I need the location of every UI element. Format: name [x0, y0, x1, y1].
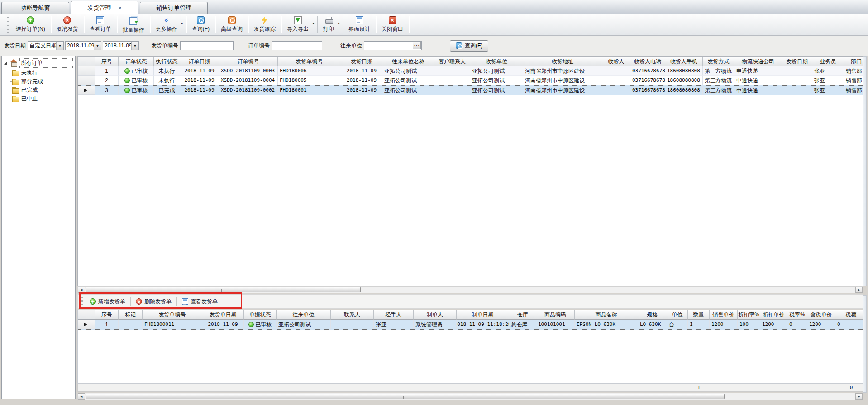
table-cell[interactable]: 2018-11-09: [202, 320, 244, 329]
table-row[interactable]: 3已审核已完成2018-11-09XSDD-20181109-0002FHD18…: [78, 85, 863, 95]
table-cell[interactable]: 申通快递: [734, 66, 782, 76]
table-cell[interactable]: 已审核: [119, 86, 154, 95]
table-cell[interactable]: 3: [95, 86, 119, 95]
toolbar-button-batch-ops[interactable]: 批量操作: [118, 14, 149, 35]
column-header[interactable]: 收货单位: [470, 57, 523, 66]
column-header[interactable]: 标记: [119, 310, 143, 320]
table-cell[interactable]: 18608080808: [665, 66, 703, 76]
column-header[interactable]: 制单日期: [457, 310, 509, 320]
column-header[interactable]: 收货人手机: [665, 57, 703, 66]
horizontal-scrollbar[interactable]: ◄ ►: [77, 393, 863, 400]
column-header[interactable]: 仓库: [509, 310, 536, 320]
table-cell[interactable]: 系统管理员: [414, 320, 457, 329]
column-header[interactable]: 销售单价: [710, 310, 738, 320]
table-cell[interactable]: 18608080808: [665, 86, 703, 95]
date-mode-combobox[interactable]: 自定义日期 ▼: [28, 41, 64, 50]
column-header[interactable]: 商品名称: [575, 310, 638, 320]
chevron-down-icon[interactable]: ▼: [337, 22, 340, 25]
column-header[interactable]: 发货单编号: [278, 57, 341, 66]
column-header[interactable]: 发货方式: [703, 57, 734, 66]
detail-button-delete[interactable]: 删除发货单: [132, 297, 176, 307]
column-header[interactable]: 含税单价: [807, 310, 835, 320]
table-cell[interactable]: 1: [95, 66, 119, 76]
table-cell[interactable]: 100101001: [536, 320, 575, 329]
toolbar-button-view-order[interactable]: 查看订单: [85, 14, 116, 35]
table-row[interactable]: 2已审核未执行2018-11-09XSDD-20181109-0004FHD18…: [78, 76, 863, 85]
table-cell[interactable]: [782, 86, 812, 95]
table-cell[interactable]: EPSON LQ-630K: [575, 320, 638, 329]
chevron-down-icon[interactable]: ▼: [312, 22, 315, 25]
table-cell[interactable]: 申通快递: [734, 86, 782, 95]
table-cell[interactable]: 未执行: [154, 66, 180, 76]
table-cell[interactable]: 台: [667, 320, 688, 329]
table-row[interactable]: 1已审核未执行2018-11-09XSDD-20181109-0003FHD18…: [78, 66, 863, 76]
table-cell[interactable]: 2018-11-09: [341, 66, 382, 76]
toolbar-button-close-window[interactable]: 关闭窗口: [377, 14, 408, 35]
table-row[interactable]: 1FHD18000112018-11-09已审核亚拓公司测试张亚系统管理员201…: [78, 320, 863, 330]
table-cell[interactable]: 已审核: [244, 320, 277, 329]
table-cell[interactable]: 100: [738, 320, 760, 329]
table-cell[interactable]: [782, 66, 812, 76]
column-header[interactable]: 单位: [667, 310, 688, 320]
tree-item-已中止[interactable]: 已中止: [2, 94, 75, 103]
chevron-down-icon[interactable]: ▼: [131, 42, 138, 50]
table-cell[interactable]: FHD180006: [278, 66, 341, 76]
column-header[interactable]: 单据状态: [244, 310, 277, 320]
column-header[interactable]: 税率%: [787, 310, 807, 320]
tab-active[interactable]: 发货管理×: [71, 1, 138, 14]
query-button[interactable]: 查询(F): [450, 40, 488, 52]
table-cell[interactable]: [782, 76, 812, 85]
column-header[interactable]: 往来单位名称: [382, 57, 434, 66]
column-header[interactable]: 商品编码: [536, 310, 575, 320]
table-cell[interactable]: 1200: [807, 320, 835, 329]
column-header[interactable]: 发货单编号: [143, 310, 202, 320]
table-cell[interactable]: 第三方物流: [703, 76, 734, 85]
column-header[interactable]: 业务员: [812, 57, 844, 66]
scroll-right-button[interactable]: ►: [855, 287, 863, 293]
table-cell[interactable]: 张亚: [812, 76, 844, 85]
table-cell[interactable]: 已完成: [154, 86, 180, 95]
tree-item-部分完成[interactable]: 部分完成: [2, 77, 75, 86]
table-cell[interactable]: 已审核: [119, 66, 154, 76]
table-cell[interactable]: 未执行: [154, 76, 180, 85]
column-header[interactable]: 数量: [688, 310, 710, 320]
date-from-combobox[interactable]: 2018-11-09 ▼: [65, 41, 101, 50]
table-cell[interactable]: [331, 320, 374, 329]
column-header[interactable]: 订单状态: [119, 57, 154, 66]
toolbar-grip[interactable]: [81, 297, 83, 306]
column-header[interactable]: 收货地址: [523, 57, 602, 66]
date-to-combobox[interactable]: 2018-11-09 ▼: [103, 41, 139, 50]
column-header[interactable]: 执行状态: [154, 57, 180, 66]
column-header[interactable]: 发货单日期: [202, 310, 244, 320]
column-header[interactable]: 联系人: [331, 310, 374, 320]
tab-item[interactable]: 功能导航窗: [1, 2, 69, 14]
table-cell[interactable]: 亚拓公司测试: [382, 76, 434, 85]
table-cell[interactable]: 2018-11-09: [180, 76, 219, 85]
table-cell[interactable]: 亚拓公司测试: [382, 66, 434, 76]
column-header[interactable]: 物流快递公司: [734, 57, 782, 66]
table-cell[interactable]: 1: [95, 320, 119, 329]
scroll-right-button[interactable]: ►: [855, 393, 863, 400]
table-cell[interactable]: 张亚: [812, 86, 844, 95]
table-cell[interactable]: 0: [787, 320, 807, 329]
toolbar-button-print[interactable]: 打印▼: [318, 14, 342, 35]
toolbar-button-import-export[interactable]: 导入导出▼: [282, 14, 317, 35]
scrollbar-thumb[interactable]: [86, 287, 361, 292]
table-cell[interactable]: [434, 76, 470, 85]
column-header[interactable]: 客户联系人: [434, 57, 470, 66]
chevron-down-icon[interactable]: ▼: [181, 22, 184, 25]
column-header[interactable]: 经手人: [374, 310, 414, 320]
ellipsis-lookup-button[interactable]: ···: [413, 42, 421, 49]
table-cell[interactable]: 销售部: [844, 66, 863, 76]
table-cell[interactable]: XSDD-20181109-0003: [219, 66, 278, 76]
table-cell[interactable]: 2018-11-09: [341, 76, 382, 85]
column-header[interactable]: 往来单位: [277, 310, 331, 320]
table-cell[interactable]: 03716678678: [630, 76, 665, 85]
table-cell[interactable]: 0: [835, 320, 863, 329]
table-cell[interactable]: [434, 86, 470, 95]
toolbar-button-search[interactable]: 查询(F): [187, 14, 215, 35]
close-icon[interactable]: ×: [118, 5, 122, 11]
order-no-input[interactable]: [272, 41, 322, 50]
scroll-left-button[interactable]: ◄: [78, 393, 85, 400]
column-header[interactable]: 税额: [835, 310, 863, 320]
